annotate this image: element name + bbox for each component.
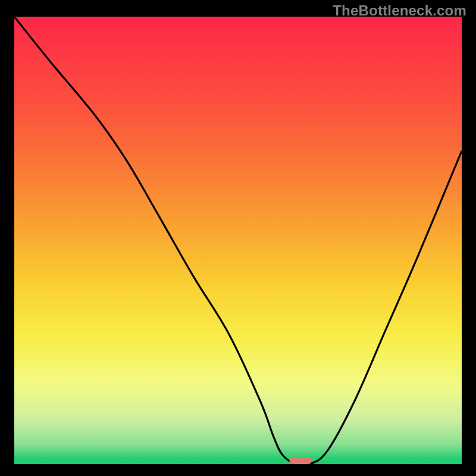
optimal-marker (289, 457, 312, 464)
bottleneck-plot (14, 17, 462, 464)
plot-background (14, 17, 462, 464)
chart-frame: TheBottleneck.com (0, 0, 476, 476)
